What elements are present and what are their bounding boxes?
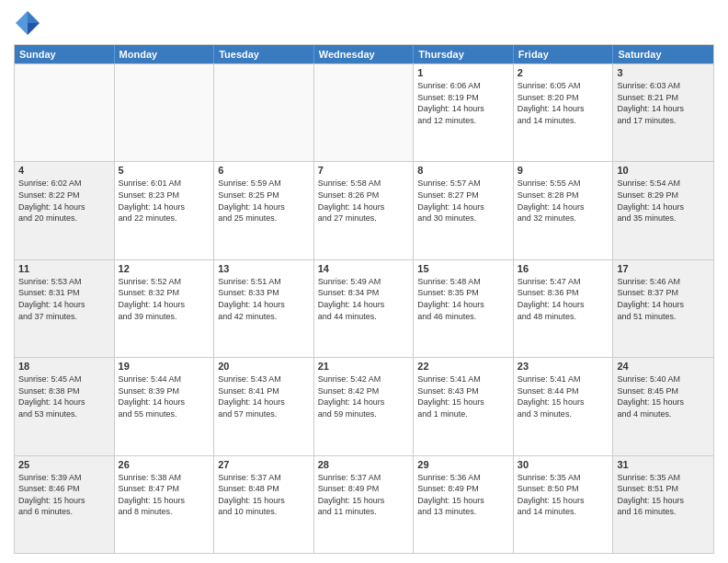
cell-info: Sunrise: 5:35 AM Sunset: 8:51 PM Dayligh… [617,472,710,518]
day-number: 7 [318,165,410,176]
calendar-cell: 22Sunrise: 5:41 AM Sunset: 8:43 PM Dayli… [414,358,514,454]
cell-info: Sunrise: 5:39 AM Sunset: 8:46 PM Dayligh… [18,472,110,518]
cell-info: Sunrise: 5:44 AM Sunset: 8:39 PM Dayligh… [119,373,210,419]
calendar-cell [115,64,215,161]
calendar-cell: 15Sunrise: 5:48 AM Sunset: 8:35 PM Dayli… [414,260,514,357]
calendar-cell: 7Sunrise: 5:58 AM Sunset: 8:26 PM Daylig… [314,162,415,259]
day-number: 15 [417,263,509,274]
day-number: 14 [318,263,410,274]
header [14,9,714,37]
day-number: 11 [18,263,110,274]
cell-info: Sunrise: 5:52 AM Sunset: 8:32 PM Dayligh… [119,276,210,322]
calendar-cell: 26Sunrise: 5:38 AM Sunset: 8:47 PM Dayli… [115,456,215,553]
day-number: 4 [18,165,110,176]
cell-info: Sunrise: 5:38 AM Sunset: 8:47 PM Dayligh… [119,472,210,518]
day-number: 2 [518,67,609,78]
cell-info: Sunrise: 5:37 AM Sunset: 8:48 PM Dayligh… [218,472,310,518]
cell-info: Sunrise: 5:41 AM Sunset: 8:44 PM Dayligh… [518,373,609,419]
calendar-cell [15,64,115,161]
day-number: 18 [18,361,110,372]
cell-info: Sunrise: 5:51 AM Sunset: 8:33 PM Dayligh… [218,276,310,322]
calendar: SundayMondayTuesdayWednesdayThursdayFrid… [14,44,714,554]
calendar-cell: 28Sunrise: 5:37 AM Sunset: 8:49 PM Dayli… [314,456,415,553]
calendar-row-2: 4Sunrise: 6:02 AM Sunset: 8:22 PM Daylig… [15,161,713,259]
day-number: 27 [218,459,310,470]
weekday-header-sunday: Sunday [15,45,115,63]
calendar-cell [214,64,314,161]
cell-info: Sunrise: 5:46 AM Sunset: 8:37 PM Dayligh… [617,276,710,322]
calendar-cell: 1Sunrise: 6:06 AM Sunset: 8:19 PM Daylig… [414,64,514,161]
calendar-cell: 17Sunrise: 5:46 AM Sunset: 8:37 PM Dayli… [613,260,713,357]
logo-icon [14,9,41,37]
day-number: 1 [417,67,509,78]
cell-info: Sunrise: 5:54 AM Sunset: 8:29 PM Dayligh… [617,178,710,224]
calendar-cell: 2Sunrise: 6:05 AM Sunset: 8:20 PM Daylig… [514,64,614,161]
day-number: 5 [119,165,210,176]
cell-info: Sunrise: 5:36 AM Sunset: 8:49 PM Dayligh… [417,472,509,518]
page: SundayMondayTuesdayWednesdayThursdayFrid… [0,0,728,563]
day-number: 12 [119,263,210,274]
day-number: 20 [218,361,310,372]
weekday-header-saturday: Saturday [613,45,713,63]
calendar-cell: 4Sunrise: 6:02 AM Sunset: 8:22 PM Daylig… [15,162,115,259]
calendar-cell: 30Sunrise: 5:35 AM Sunset: 8:50 PM Dayli… [514,456,614,553]
day-number: 9 [518,165,609,176]
cell-info: Sunrise: 5:49 AM Sunset: 8:34 PM Dayligh… [318,276,410,322]
cell-info: Sunrise: 5:45 AM Sunset: 8:38 PM Dayligh… [18,373,110,419]
calendar-row-4: 18Sunrise: 5:45 AM Sunset: 8:38 PM Dayli… [15,357,713,454]
cell-info: Sunrise: 5:42 AM Sunset: 8:42 PM Dayligh… [318,373,410,419]
calendar-cell: 14Sunrise: 5:49 AM Sunset: 8:34 PM Dayli… [314,260,415,357]
calendar-cell: 24Sunrise: 5:40 AM Sunset: 8:45 PM Dayli… [613,358,713,454]
cell-info: Sunrise: 6:02 AM Sunset: 8:22 PM Dayligh… [18,178,110,224]
day-number: 31 [617,459,710,470]
calendar-cell: 21Sunrise: 5:42 AM Sunset: 8:42 PM Dayli… [314,358,415,454]
calendar-cell: 20Sunrise: 5:43 AM Sunset: 8:41 PM Dayli… [214,358,314,454]
day-number: 25 [18,459,110,470]
cell-info: Sunrise: 5:58 AM Sunset: 8:26 PM Dayligh… [318,178,410,224]
calendar-row-3: 11Sunrise: 5:53 AM Sunset: 8:31 PM Dayli… [15,259,713,357]
cell-info: Sunrise: 5:43 AM Sunset: 8:41 PM Dayligh… [218,373,310,419]
weekday-header-monday: Monday [115,45,215,63]
day-number: 16 [518,263,609,274]
day-number: 29 [417,459,509,470]
calendar-cell: 11Sunrise: 5:53 AM Sunset: 8:31 PM Dayli… [15,260,115,357]
day-number: 21 [318,361,410,372]
day-number: 23 [518,361,609,372]
day-number: 17 [617,263,710,274]
calendar-cell [314,64,415,161]
calendar-row-1: 1Sunrise: 6:06 AM Sunset: 8:19 PM Daylig… [15,63,713,161]
svg-marker-1 [28,23,40,35]
calendar-cell: 29Sunrise: 5:36 AM Sunset: 8:49 PM Dayli… [414,456,514,553]
calendar-cell: 31Sunrise: 5:35 AM Sunset: 8:51 PM Dayli… [613,456,713,553]
cell-info: Sunrise: 5:48 AM Sunset: 8:35 PM Dayligh… [417,276,509,322]
calendar-cell: 18Sunrise: 5:45 AM Sunset: 8:38 PM Dayli… [15,358,115,454]
calendar-cell: 9Sunrise: 5:55 AM Sunset: 8:28 PM Daylig… [514,162,614,259]
calendar-cell: 6Sunrise: 5:59 AM Sunset: 8:25 PM Daylig… [214,162,314,259]
calendar-row-5: 25Sunrise: 5:39 AM Sunset: 8:46 PM Dayli… [15,455,713,553]
cell-info: Sunrise: 5:55 AM Sunset: 8:28 PM Dayligh… [518,178,609,224]
calendar-cell: 3Sunrise: 6:03 AM Sunset: 8:21 PM Daylig… [613,64,713,161]
weekday-header-thursday: Thursday [414,45,514,63]
calendar-header: SundayMondayTuesdayWednesdayThursdayFrid… [15,45,713,63]
calendar-cell: 13Sunrise: 5:51 AM Sunset: 8:33 PM Dayli… [214,260,314,357]
calendar-cell: 23Sunrise: 5:41 AM Sunset: 8:44 PM Dayli… [514,358,614,454]
weekday-header-friday: Friday [514,45,614,63]
day-number: 28 [318,459,410,470]
calendar-cell: 10Sunrise: 5:54 AM Sunset: 8:29 PM Dayli… [613,162,713,259]
cell-info: Sunrise: 5:35 AM Sunset: 8:50 PM Dayligh… [518,472,609,518]
cell-info: Sunrise: 5:47 AM Sunset: 8:36 PM Dayligh… [518,276,609,322]
calendar-cell: 8Sunrise: 5:57 AM Sunset: 8:27 PM Daylig… [414,162,514,259]
calendar-body: 1Sunrise: 6:06 AM Sunset: 8:19 PM Daylig… [15,63,713,553]
day-number: 30 [518,459,609,470]
cell-info: Sunrise: 5:59 AM Sunset: 8:25 PM Dayligh… [218,178,310,224]
calendar-cell: 5Sunrise: 6:01 AM Sunset: 8:23 PM Daylig… [115,162,215,259]
cell-info: Sunrise: 5:53 AM Sunset: 8:31 PM Dayligh… [18,276,110,322]
cell-info: Sunrise: 6:03 AM Sunset: 8:21 PM Dayligh… [617,80,710,126]
cell-info: Sunrise: 5:41 AM Sunset: 8:43 PM Dayligh… [417,373,509,419]
calendar-cell: 25Sunrise: 5:39 AM Sunset: 8:46 PM Dayli… [15,456,115,553]
day-number: 10 [617,165,710,176]
cell-info: Sunrise: 5:40 AM Sunset: 8:45 PM Dayligh… [617,373,710,419]
day-number: 26 [119,459,210,470]
cell-info: Sunrise: 5:37 AM Sunset: 8:49 PM Dayligh… [318,472,410,518]
svg-marker-2 [16,11,28,35]
